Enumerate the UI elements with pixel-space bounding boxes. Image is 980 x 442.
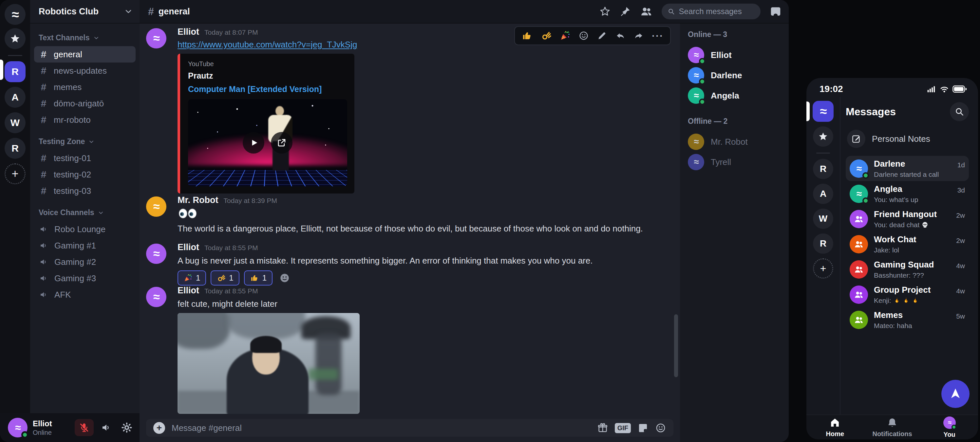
author-name[interactable]: Mr. Robot bbox=[178, 195, 218, 205]
online-status-dot bbox=[699, 78, 706, 85]
add-reaction-button[interactable] bbox=[278, 272, 291, 284]
search-bar[interactable] bbox=[662, 3, 760, 19]
server-w[interactable]: W bbox=[813, 208, 833, 229]
speaker-icon bbox=[101, 422, 112, 433]
timestamp: 1d bbox=[958, 161, 965, 169]
server-a[interactable]: A bbox=[813, 184, 833, 204]
reaction-party-popper[interactable]: 1 bbox=[178, 270, 206, 286]
chat-scrollbar[interactable] bbox=[674, 314, 678, 377]
edit-button[interactable] bbox=[597, 30, 607, 41]
nav-you[interactable]: ≈ You bbox=[921, 415, 978, 439]
add-server-button[interactable]: + bbox=[813, 258, 833, 278]
search-input[interactable] bbox=[679, 7, 755, 16]
author-name[interactable]: Elliot bbox=[178, 286, 199, 296]
app-logo[interactable]: ≈ bbox=[813, 101, 834, 122]
add-server-button[interactable]: + bbox=[5, 164, 25, 184]
section-voice-channels[interactable]: Voice Channels bbox=[39, 208, 131, 217]
nav-notifications[interactable]: Notifications bbox=[864, 415, 921, 439]
author-name[interactable]: Elliot bbox=[178, 242, 199, 253]
sticker-icon[interactable] bbox=[637, 422, 649, 434]
voice-gaming-2[interactable]: Gaming #2 bbox=[34, 254, 135, 270]
personal-notes-row[interactable]: Personal Notes bbox=[846, 130, 969, 148]
conversation-group-project[interactable]: Group ProjectKenji: 4w bbox=[846, 282, 969, 307]
avatar[interactable]: ≈ bbox=[146, 243, 166, 264]
emoji-picker-button[interactable] bbox=[578, 30, 589, 41]
reply-button[interactable] bbox=[615, 30, 625, 41]
nav-home[interactable]: Home bbox=[807, 415, 864, 439]
server-robotics-club[interactable]: R bbox=[5, 61, 25, 82]
server-a[interactable]: A bbox=[5, 87, 25, 108]
server-name: Robotics Club bbox=[39, 6, 124, 17]
member-darlene[interactable]: ≈ Darlene bbox=[688, 65, 789, 86]
clock: 19:02 bbox=[819, 84, 843, 94]
conversation-work-chat[interactable]: Work ChatJake: lol 2w bbox=[846, 232, 969, 257]
deafen-button[interactable] bbox=[99, 420, 114, 435]
photo-attachment[interactable] bbox=[178, 313, 360, 414]
avatar[interactable]: ≈ bbox=[146, 287, 166, 307]
member-tyrell[interactable]: ≈ Tyrell bbox=[688, 152, 789, 172]
channel-testing-01[interactable]: #testing-01 bbox=[34, 150, 135, 166]
section-text-channels[interactable]: Text Channels bbox=[39, 33, 131, 42]
thumbs-up-reaction-button[interactable] bbox=[522, 30, 533, 41]
reaction-ok-hand[interactable]: 1 bbox=[211, 270, 239, 286]
emoji-icon[interactable] bbox=[655, 422, 666, 434]
fire-emoji bbox=[912, 297, 919, 304]
favorites-button[interactable] bbox=[813, 126, 833, 147]
avatar[interactable]: ≈ bbox=[146, 196, 166, 217]
channel-news-updates[interactable]: #news-updates bbox=[34, 62, 135, 79]
compose-fab[interactable] bbox=[941, 380, 969, 408]
conversation-memes[interactable]: MemesMateo: haha 5w bbox=[846, 307, 969, 332]
hash-icon: # bbox=[39, 185, 48, 196]
channel-general[interactable]: #general bbox=[34, 46, 135, 62]
app-logo[interactable]: ≈ bbox=[5, 4, 25, 25]
voice-afk[interactable]: AFK bbox=[34, 286, 135, 303]
embed-title[interactable]: Computer Man [Extended Version] bbox=[188, 84, 347, 94]
channel-domo-arigato[interactable]: #dōmo-arigatō bbox=[34, 95, 135, 112]
conversation-darlene[interactable]: ≈ DarleneDarlene started a call 1d bbox=[846, 156, 969, 181]
ok-hand-reaction-button[interactable] bbox=[541, 30, 552, 41]
microphone-muted-button[interactable] bbox=[75, 419, 94, 436]
channel-mr-roboto[interactable]: #mr-roboto bbox=[34, 112, 135, 128]
members-toggle-icon[interactable] bbox=[640, 5, 652, 17]
avatar[interactable]: ≈ bbox=[146, 28, 166, 48]
server-r2[interactable]: R bbox=[813, 234, 833, 254]
play-button[interactable] bbox=[243, 132, 264, 154]
favorite-channel-icon[interactable] bbox=[600, 6, 611, 17]
conversation-anglea[interactable]: ≈ AngleaYou: what’s up 3d bbox=[846, 181, 969, 206]
gif-picker-button[interactable]: GIF bbox=[615, 423, 631, 433]
message-input[interactable] bbox=[172, 423, 590, 433]
inbox-panel-icon[interactable] bbox=[770, 6, 781, 17]
server-header[interactable]: Robotics Club bbox=[30, 0, 140, 24]
voice-gaming-1[interactable]: Gaming #1 bbox=[34, 237, 135, 254]
page-title: Messages bbox=[846, 106, 896, 118]
favorites-button[interactable] bbox=[5, 28, 25, 49]
conversation-friend-hangout[interactable]: Friend HangoutYou: dead chat 2w bbox=[846, 206, 969, 232]
channel-memes[interactable]: #memes bbox=[34, 79, 135, 95]
embed-author[interactable]: Prautz bbox=[188, 71, 347, 81]
author-name[interactable]: Elliot bbox=[178, 27, 199, 37]
voice-robo-lounge[interactable]: Robo Lounge bbox=[34, 221, 135, 237]
member-elliot[interactable]: ≈ Elliot bbox=[688, 45, 789, 65]
member-mr-robot[interactable]: ≈ Mr. Robot bbox=[688, 132, 789, 152]
member-angela[interactable]: ≈ Angela bbox=[688, 86, 789, 106]
settings-button[interactable] bbox=[119, 420, 134, 435]
channel-testing-02[interactable]: #testing-02 bbox=[34, 166, 135, 183]
gift-icon[interactable] bbox=[597, 422, 608, 434]
server-r[interactable]: R bbox=[813, 159, 833, 179]
search-button[interactable] bbox=[950, 102, 969, 121]
pinned-messages-icon[interactable] bbox=[620, 6, 631, 17]
channel-testing-03[interactable]: #testing-03 bbox=[34, 183, 135, 199]
open-external-button[interactable] bbox=[271, 132, 293, 154]
section-testing-zone[interactable]: Testing Zone bbox=[39, 137, 131, 146]
party-popper-reaction-button[interactable] bbox=[560, 30, 571, 41]
more-options-button[interactable]: ··· bbox=[652, 33, 663, 38]
forward-button[interactable] bbox=[633, 30, 644, 41]
conversation-gaming-squad[interactable]: Gaming SquadBasshunter: ??? 4w bbox=[846, 257, 969, 282]
attach-button[interactable]: + bbox=[153, 422, 165, 434]
server-r2[interactable]: R bbox=[5, 138, 25, 159]
online-count-label: Online — 3 bbox=[688, 30, 789, 39]
channel-title: general bbox=[159, 6, 190, 17]
reaction-thumbs-up[interactable]: 1 bbox=[244, 270, 272, 286]
voice-gaming-3[interactable]: Gaming #3 bbox=[34, 270, 135, 286]
server-w[interactable]: W bbox=[5, 112, 25, 133]
